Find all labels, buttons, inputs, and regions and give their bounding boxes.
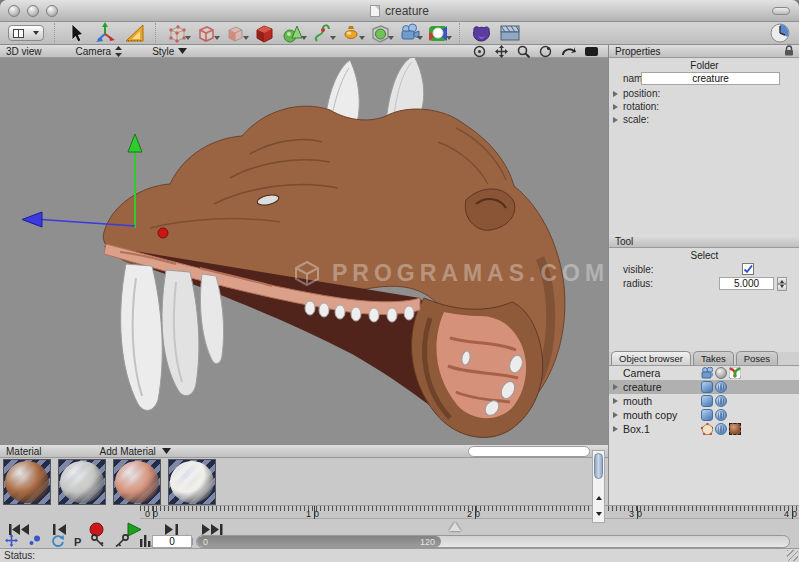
select-tool-button[interactable] bbox=[65, 22, 87, 44]
object-row-mouth[interactable]: mouth bbox=[609, 394, 799, 408]
material-sphere bbox=[60, 461, 104, 503]
current-frame-field[interactable]: 0 bbox=[152, 535, 192, 548]
modifier-button[interactable] bbox=[340, 22, 362, 44]
chevron-down-icon bbox=[162, 448, 171, 454]
disclosure-icon[interactable] bbox=[613, 398, 621, 404]
toolbar-separator bbox=[459, 23, 460, 43]
object-row-mouth-copy[interactable]: mouth copy bbox=[609, 408, 799, 422]
material-swatch[interactable] bbox=[168, 459, 216, 505]
cube-sphere-icon bbox=[369, 22, 391, 44]
disclosure-icon[interactable] bbox=[613, 104, 621, 110]
point-mode-button[interactable] bbox=[166, 22, 188, 44]
face-mode-button[interactable] bbox=[224, 22, 246, 44]
disclosure-icon[interactable] bbox=[613, 412, 621, 418]
light-tool-button[interactable] bbox=[427, 22, 449, 44]
visible-checkbox[interactable] bbox=[742, 263, 754, 275]
view-layout-button[interactable] bbox=[8, 25, 44, 41]
range-start-label: 0 bbox=[203, 537, 208, 547]
range-slider[interactable]: 0 120 bbox=[196, 535, 790, 548]
render-button[interactable] bbox=[470, 22, 492, 44]
ruler-label: 40 bbox=[780, 509, 799, 519]
object-row-camera[interactable]: Camera bbox=[609, 366, 799, 380]
point-key-button[interactable] bbox=[28, 534, 41, 549]
tab-takes[interactable]: Takes bbox=[693, 351, 734, 365]
scroll-down-button[interactable] bbox=[593, 510, 604, 520]
mesh-tag-icon bbox=[701, 395, 713, 407]
material-sphere bbox=[170, 461, 214, 503]
properties-group-title: Folder bbox=[609, 60, 799, 71]
ik-key-button[interactable] bbox=[115, 534, 129, 549]
ruler-label: 10 bbox=[302, 509, 326, 519]
disclosure-icon[interactable] bbox=[613, 384, 621, 390]
watermark-cube-icon bbox=[292, 258, 322, 288]
tab-poses[interactable]: Poses bbox=[736, 351, 778, 365]
object-mode-button[interactable] bbox=[253, 22, 275, 44]
camera-tool-button[interactable] bbox=[398, 22, 420, 44]
name-field[interactable]: creature bbox=[641, 72, 780, 85]
pan-button[interactable] bbox=[495, 45, 508, 58]
material-swatch[interactable] bbox=[3, 459, 51, 505]
parameter-key-button[interactable]: P bbox=[74, 536, 81, 548]
rotation-key-button[interactable] bbox=[51, 534, 64, 549]
uv-tag-icon bbox=[715, 423, 727, 435]
object-label: creature bbox=[623, 381, 701, 393]
range-slider-active[interactable]: 0 120 bbox=[197, 536, 441, 547]
camera-icon bbox=[398, 22, 420, 44]
timeline-ruler[interactable]: 00 10 20 30 40 bbox=[140, 505, 799, 519]
camera-view-button[interactable] bbox=[561, 46, 576, 57]
material-search-input[interactable] bbox=[477, 447, 594, 457]
tab-object-browser[interactable]: Object browser bbox=[611, 351, 691, 365]
light-icon bbox=[427, 22, 449, 44]
key-button[interactable] bbox=[91, 534, 105, 549]
material-swatch[interactable] bbox=[58, 459, 106, 505]
primitives-button[interactable] bbox=[282, 22, 304, 44]
scrollbar-thumb[interactable] bbox=[594, 453, 603, 479]
watermark-text: PROGRAMAS.COM bbox=[332, 260, 608, 287]
playhead[interactable] bbox=[449, 516, 461, 531]
window-layout-icon bbox=[13, 29, 24, 38]
object-row-box1[interactable]: Box.1 bbox=[609, 422, 799, 436]
camera-dropdown-label: Camera bbox=[76, 46, 112, 57]
measure-tool-button[interactable] bbox=[123, 22, 145, 44]
zoom-view-button[interactable] bbox=[517, 45, 530, 58]
material-search[interactable] bbox=[468, 446, 590, 457]
material-scrollbar[interactable] bbox=[592, 450, 605, 523]
material-swatch[interactable] bbox=[113, 459, 161, 505]
camera-dropdown[interactable]: Camera bbox=[76, 46, 123, 57]
orbit-button[interactable] bbox=[473, 45, 486, 58]
left-column: 3D view Camera Style bbox=[0, 45, 608, 505]
uv-tag-icon bbox=[715, 409, 727, 421]
add-material-dropdown[interactable]: Add Material bbox=[100, 446, 171, 457]
toolbar-toggle-pill[interactable] bbox=[772, 7, 790, 15]
style-dropdown[interactable]: Style bbox=[152, 46, 187, 57]
cage-button[interactable] bbox=[369, 22, 391, 44]
position-key-button[interactable] bbox=[5, 534, 18, 549]
history-button[interactable] bbox=[769, 22, 791, 44]
disclosure-icon[interactable] bbox=[613, 91, 621, 97]
timeline-area: 00 10 20 30 40 P 0 0 bbox=[0, 505, 799, 548]
animation-button[interactable] bbox=[499, 22, 521, 44]
radius-field[interactable]: 5.000 bbox=[719, 277, 774, 290]
disclosure-icon[interactable] bbox=[613, 426, 621, 432]
spline-button[interactable] bbox=[311, 22, 333, 44]
disclosure-icon[interactable] bbox=[613, 117, 621, 123]
edge-mode-button[interactable] bbox=[195, 22, 217, 44]
document-icon bbox=[370, 5, 380, 17]
scroll-up-button[interactable] bbox=[593, 491, 604, 501]
object-row-creature[interactable]: creature bbox=[609, 380, 799, 394]
lock-icon[interactable] bbox=[784, 45, 794, 58]
status-label: Status: bbox=[4, 550, 35, 561]
transform-tool-button[interactable] bbox=[94, 22, 116, 44]
roll-button[interactable] bbox=[539, 45, 552, 58]
hook-arrow-icon bbox=[561, 46, 576, 57]
object-label: mouth bbox=[623, 395, 701, 407]
cube-solid-icon bbox=[253, 22, 275, 44]
range-end-label: 120 bbox=[420, 537, 435, 547]
radius-stepper[interactable] bbox=[777, 277, 787, 291]
fullscreen-button[interactable] bbox=[585, 47, 598, 56]
axis-gizmo-icon bbox=[94, 22, 116, 44]
tool-header: Tool bbox=[609, 235, 799, 248]
creature-model[interactable] bbox=[0, 58, 608, 445]
resize-grip[interactable] bbox=[787, 550, 798, 561]
viewport-3d[interactable]: PROGRAMAS.COM bbox=[0, 58, 608, 445]
